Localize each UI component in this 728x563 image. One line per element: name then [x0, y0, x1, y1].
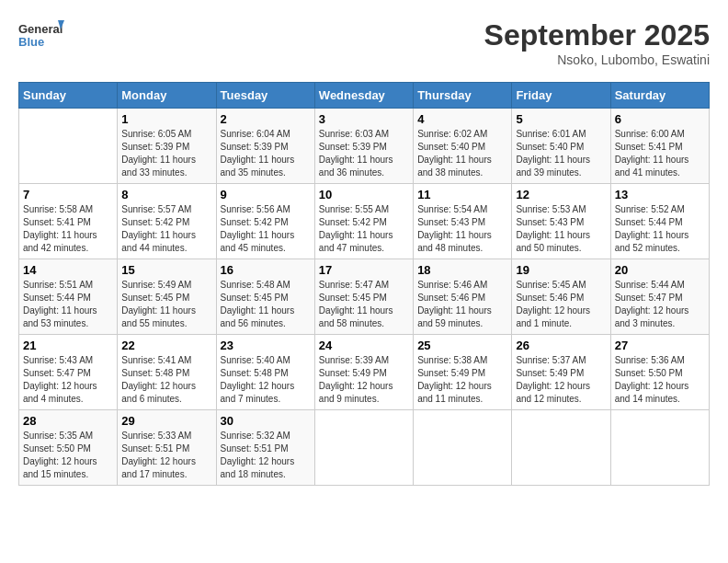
- day-header-wednesday: Wednesday: [314, 83, 413, 109]
- calendar-cell: 17 Sunrise: 5:47 AMSunset: 5:45 PMDaylig…: [314, 259, 413, 335]
- day-header-thursday: Thursday: [414, 83, 512, 109]
- day-info: Sunrise: 6:05 AMSunset: 5:39 PMDaylight:…: [121, 128, 211, 179]
- day-number: 4: [417, 112, 507, 126]
- day-number: 26: [516, 339, 606, 352]
- day-number: 11: [417, 188, 507, 201]
- day-number: 3: [319, 112, 409, 126]
- day-info: Sunrise: 5:46 AMSunset: 5:46 PMDaylight:…: [417, 279, 507, 330]
- day-number: 13: [615, 188, 705, 201]
- day-info: Sunrise: 5:49 AMSunset: 5:45 PMDaylight:…: [121, 279, 211, 330]
- day-number: 7: [23, 188, 113, 201]
- week-row-5: 28 Sunrise: 5:35 AMSunset: 5:50 PMDaylig…: [19, 410, 710, 486]
- calendar-cell: [512, 410, 610, 486]
- day-info: Sunrise: 5:56 AMSunset: 5:42 PMDaylight:…: [221, 203, 311, 255]
- calendar-cell: [414, 410, 512, 486]
- calendar-cell: 26 Sunrise: 5:37 AMSunset: 5:49 PMDaylig…: [512, 335, 610, 410]
- day-number: 29: [121, 414, 211, 428]
- day-number: 27: [615, 339, 705, 352]
- day-info: Sunrise: 5:53 AMSunset: 5:43 PMDaylight:…: [516, 203, 606, 255]
- calendar-cell: 7 Sunrise: 5:58 AMSunset: 5:41 PMDayligh…: [19, 184, 118, 259]
- day-info: Sunrise: 6:04 AMSunset: 5:39 PMDaylight:…: [221, 128, 311, 179]
- calendar-cell: 15 Sunrise: 5:49 AMSunset: 5:45 PMDaylig…: [118, 259, 216, 335]
- location: Nsoko, Lubombo, Eswatini: [484, 52, 710, 67]
- calendar-cell: 4 Sunrise: 6:02 AMSunset: 5:40 PMDayligh…: [414, 109, 512, 184]
- calendar-cell: 28 Sunrise: 5:35 AMSunset: 5:50 PMDaylig…: [19, 410, 118, 486]
- day-info: Sunrise: 5:39 AMSunset: 5:49 PMDaylight:…: [319, 354, 409, 406]
- day-number: 12: [516, 188, 606, 201]
- day-number: 24: [319, 339, 409, 352]
- calendar-cell: 25 Sunrise: 5:38 AMSunset: 5:49 PMDaylig…: [414, 335, 512, 410]
- logo: General Blue: [18, 18, 64, 55]
- calendar-cell: 16 Sunrise: 5:48 AMSunset: 5:45 PMDaylig…: [216, 259, 314, 335]
- day-info: Sunrise: 6:01 AMSunset: 5:40 PMDaylight:…: [516, 128, 606, 179]
- day-info: Sunrise: 5:38 AMSunset: 5:49 PMDaylight:…: [417, 354, 507, 406]
- day-info: Sunrise: 6:03 AMSunset: 5:39 PMDaylight:…: [319, 128, 409, 179]
- calendar-cell: 19 Sunrise: 5:45 AMSunset: 5:46 PMDaylig…: [512, 259, 610, 335]
- day-number: 28: [23, 414, 113, 428]
- week-row-4: 21 Sunrise: 5:43 AMSunset: 5:47 PMDaylig…: [19, 335, 710, 410]
- day-number: 9: [221, 188, 311, 201]
- calendar-cell: 30 Sunrise: 5:32 AMSunset: 5:51 PMDaylig…: [216, 410, 314, 486]
- day-info: Sunrise: 5:58 AMSunset: 5:41 PMDaylight:…: [23, 203, 113, 255]
- calendar-cell: 22 Sunrise: 5:41 AMSunset: 5:48 PMDaylig…: [118, 335, 216, 410]
- month-title: September 2025: [484, 18, 710, 52]
- day-info: Sunrise: 6:02 AMSunset: 5:40 PMDaylight:…: [417, 128, 507, 179]
- day-header-friday: Friday: [512, 83, 610, 109]
- day-info: Sunrise: 5:54 AMSunset: 5:43 PMDaylight:…: [417, 203, 507, 255]
- calendar-cell: 20 Sunrise: 5:44 AMSunset: 5:47 PMDaylig…: [610, 259, 709, 335]
- day-info: Sunrise: 5:40 AMSunset: 5:48 PMDaylight:…: [221, 354, 311, 406]
- day-number: 20: [615, 263, 705, 277]
- day-number: 6: [615, 112, 705, 126]
- calendar-cell: 27 Sunrise: 5:36 AMSunset: 5:50 PMDaylig…: [610, 335, 709, 410]
- calendar-cell: 29 Sunrise: 5:33 AMSunset: 5:51 PMDaylig…: [118, 410, 216, 486]
- day-info: Sunrise: 5:35 AMSunset: 5:50 PMDaylight:…: [23, 430, 113, 481]
- day-info: Sunrise: 5:51 AMSunset: 5:44 PMDaylight:…: [23, 279, 113, 330]
- day-number: 18: [417, 263, 507, 277]
- day-number: 19: [516, 263, 606, 277]
- day-info: Sunrise: 5:48 AMSunset: 5:45 PMDaylight:…: [221, 279, 311, 330]
- day-info: Sunrise: 5:37 AMSunset: 5:49 PMDaylight:…: [516, 354, 606, 406]
- calendar-cell: 24 Sunrise: 5:39 AMSunset: 5:49 PMDaylig…: [314, 335, 413, 410]
- calendar-cell: 10 Sunrise: 5:55 AMSunset: 5:42 PMDaylig…: [314, 184, 413, 259]
- day-number: 2: [221, 112, 311, 126]
- calendar-cell: 21 Sunrise: 5:43 AMSunset: 5:47 PMDaylig…: [19, 335, 118, 410]
- day-info: Sunrise: 5:55 AMSunset: 5:42 PMDaylight:…: [319, 203, 409, 255]
- calendar-cell: 23 Sunrise: 5:40 AMSunset: 5:48 PMDaylig…: [216, 335, 314, 410]
- day-header-monday: Monday: [118, 83, 216, 109]
- day-info: Sunrise: 6:00 AMSunset: 5:41 PMDaylight:…: [615, 128, 705, 179]
- calendar-cell: 8 Sunrise: 5:57 AMSunset: 5:42 PMDayligh…: [118, 184, 216, 259]
- calendar-cell: [610, 410, 709, 486]
- day-number: 1: [121, 112, 211, 126]
- page-header: General Blue September 2025 Nsoko, Lubom…: [18, 18, 710, 67]
- calendar-cell: 11 Sunrise: 5:54 AMSunset: 5:43 PMDaylig…: [414, 184, 512, 259]
- title-section: September 2025 Nsoko, Lubombo, Eswatini: [484, 18, 710, 67]
- calendar-cell: [314, 410, 413, 486]
- calendar-cell: [19, 109, 118, 184]
- day-number: 16: [221, 263, 311, 277]
- calendar-cell: 2 Sunrise: 6:04 AMSunset: 5:39 PMDayligh…: [216, 109, 314, 184]
- day-info: Sunrise: 5:36 AMSunset: 5:50 PMDaylight:…: [615, 354, 705, 406]
- day-header-tuesday: Tuesday: [216, 83, 314, 109]
- day-number: 25: [417, 339, 507, 352]
- day-info: Sunrise: 5:41 AMSunset: 5:48 PMDaylight:…: [121, 354, 211, 406]
- day-info: Sunrise: 5:32 AMSunset: 5:51 PMDaylight:…: [221, 430, 311, 481]
- day-info: Sunrise: 5:52 AMSunset: 5:44 PMDaylight:…: [615, 203, 705, 255]
- day-header-saturday: Saturday: [610, 83, 709, 109]
- svg-text:General: General: [18, 22, 63, 36]
- day-number: 15: [121, 263, 211, 277]
- day-number: 21: [23, 339, 113, 352]
- day-number: 5: [516, 112, 606, 126]
- day-info: Sunrise: 5:44 AMSunset: 5:47 PMDaylight:…: [615, 279, 705, 330]
- day-info: Sunrise: 5:47 AMSunset: 5:45 PMDaylight:…: [319, 279, 409, 330]
- week-row-1: 1 Sunrise: 6:05 AMSunset: 5:39 PMDayligh…: [19, 109, 710, 184]
- day-info: Sunrise: 5:57 AMSunset: 5:42 PMDaylight:…: [121, 203, 211, 255]
- day-number: 23: [221, 339, 311, 352]
- day-number: 14: [23, 263, 113, 277]
- day-info: Sunrise: 5:45 AMSunset: 5:46 PMDaylight:…: [516, 279, 606, 330]
- days-header-row: SundayMondayTuesdayWednesdayThursdayFrid…: [19, 83, 710, 109]
- calendar-cell: 5 Sunrise: 6:01 AMSunset: 5:40 PMDayligh…: [512, 109, 610, 184]
- day-number: 8: [121, 188, 211, 201]
- calendar-table: SundayMondayTuesdayWednesdayThursdayFrid…: [18, 82, 710, 486]
- day-number: 17: [319, 263, 409, 277]
- day-number: 22: [121, 339, 211, 352]
